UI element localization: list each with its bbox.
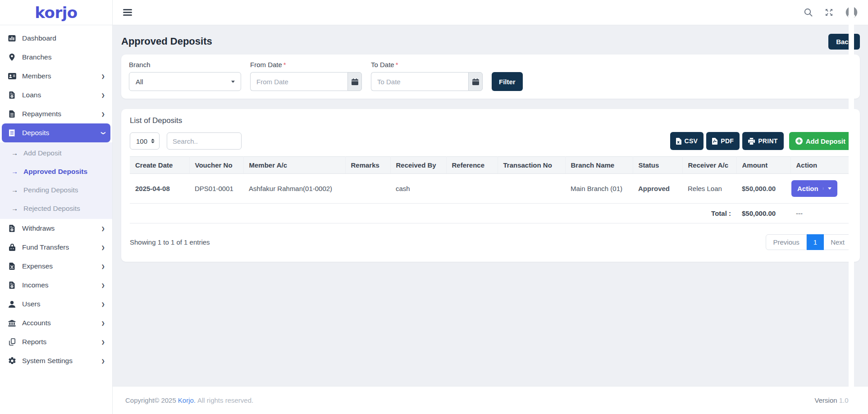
deposits-panel-title: List of Deposits bbox=[121, 109, 860, 125]
sidebar-item-loans[interactable]: Loans ❯ bbox=[0, 86, 112, 105]
brand-logo[interactable]: korjo bbox=[35, 4, 77, 22]
sidebar-item-reports[interactable]: Reports ❯ bbox=[0, 332, 112, 351]
chevron-right-icon: ❯ bbox=[101, 74, 105, 79]
sidebar-item-system-settings[interactable]: System Settings ❯ bbox=[0, 351, 112, 370]
sidebar-item-expenses[interactable]: Expenses ❯ bbox=[0, 257, 112, 276]
col-received-by: Received By bbox=[390, 157, 446, 174]
sidebar-item-label: Expenses bbox=[22, 262, 53, 270]
calendar-icon bbox=[472, 78, 479, 85]
scrollbar[interactable] bbox=[849, 0, 854, 414]
from-date-label: From Date* bbox=[250, 61, 362, 68]
add-deposit-button[interactable]: Add Deposit bbox=[789, 132, 852, 150]
file-invoice-dollar-icon bbox=[8, 91, 16, 99]
search-icon[interactable] bbox=[804, 8, 813, 17]
sidebar-item-dashboard[interactable]: Dashboard bbox=[0, 29, 112, 48]
copy-icon bbox=[8, 338, 16, 346]
col-reference: Reference bbox=[446, 157, 498, 174]
cell-member-ac: Ashfakur Rahman(01-0002) bbox=[243, 174, 345, 204]
rights-text: All rights reserved. bbox=[197, 396, 253, 404]
col-create-date: Create Date bbox=[130, 157, 189, 174]
chevron-right-icon: ❯ bbox=[101, 283, 105, 288]
footer-brand-link[interactable]: Korjo. bbox=[178, 396, 196, 404]
sort-arrows-icon bbox=[151, 139, 155, 143]
cell-branch-name: Main Branch (01) bbox=[565, 174, 633, 204]
branch-select-value: All bbox=[136, 78, 143, 86]
back-button[interactable]: Back bbox=[828, 34, 860, 50]
cell-amount: $50,000.00 bbox=[736, 174, 790, 204]
sidebar-subitem-approved-deposits[interactable]: → Approved Deposits bbox=[0, 162, 112, 181]
search-input[interactable] bbox=[167, 132, 242, 150]
cell-voucher-link[interactable]: DPS01-0001 bbox=[189, 174, 243, 204]
sidebar-item-members[interactable]: Members ❯ bbox=[0, 67, 112, 86]
sidebar-subitem-add-deposit[interactable]: → Add Deposit bbox=[0, 144, 112, 162]
menu-toggle-icon[interactable] bbox=[123, 8, 132, 17]
pagination: Previous 1 Next bbox=[766, 234, 852, 250]
export-buttons: CSV PDF PRINT bbox=[670, 132, 852, 150]
sidebar-item-label: Accounts bbox=[22, 319, 51, 327]
chevron-right-icon: ❯ bbox=[101, 359, 105, 364]
sidebar-subitem-pending-deposits[interactable]: → Pending Deposits bbox=[0, 181, 112, 199]
sidebar-item-fund-transfers[interactable]: Fund Transfers ❯ bbox=[0, 238, 112, 257]
sidebar-item-incomes[interactable]: Incomes ❯ bbox=[0, 276, 112, 295]
to-date-calendar-button[interactable] bbox=[468, 72, 483, 91]
chevron-right-icon: ❯ bbox=[101, 321, 105, 326]
table-controls: 100 CSV PDF bbox=[130, 132, 852, 150]
pagination-previous[interactable]: Previous bbox=[766, 234, 806, 250]
sidebar-item-users[interactable]: Users ❯ bbox=[0, 295, 112, 314]
table-header-row: Create Date Voucher No Member A/c Remark… bbox=[130, 157, 852, 174]
main-area: Approved Deposits Back Branch All From D… bbox=[113, 0, 868, 414]
sidebar-item-withdraws[interactable]: Withdraws ❯ bbox=[0, 219, 112, 238]
lock-icon bbox=[8, 244, 16, 251]
sidebar-item-label: Repayments bbox=[22, 110, 61, 118]
sidebar: korjo Dashboard Branches Members bbox=[0, 0, 113, 414]
cell-create-date: 2025-04-08 bbox=[130, 174, 189, 204]
sidebar-item-accounts[interactable]: Accounts ❯ bbox=[0, 314, 112, 332]
total-label: Total : bbox=[130, 204, 736, 223]
address-card-icon bbox=[8, 73, 16, 79]
sidebar-item-repayments[interactable]: Repayments ❯ bbox=[0, 105, 112, 123]
chevron-down-icon: ❯ bbox=[101, 131, 105, 135]
col-amount: Amount bbox=[736, 157, 790, 174]
sidebar-subitem-label: Pending Deposits bbox=[23, 186, 78, 194]
page-content: Approved Deposits Back Branch All From D… bbox=[113, 25, 868, 386]
file-invoice-dollar-icon bbox=[8, 225, 16, 232]
to-date-input[interactable] bbox=[371, 72, 468, 91]
branch-select[interactable]: All bbox=[129, 72, 241, 91]
page-size-select[interactable]: 100 bbox=[130, 132, 160, 150]
required-mark: * bbox=[283, 61, 286, 68]
receipt-icon bbox=[8, 129, 16, 136]
from-date-calendar-button[interactable] bbox=[347, 72, 362, 91]
from-date-group: From Date* bbox=[250, 61, 362, 91]
table-footer: Showing 1 to 1 of 1 entries Previous 1 N… bbox=[130, 234, 852, 250]
filter-panel: Branch All From Date* bbox=[121, 55, 860, 99]
sidebar-item-deposits[interactable]: Deposits ❯ bbox=[2, 123, 110, 142]
arrow-right-icon: → bbox=[11, 168, 18, 175]
filter-button[interactable]: Filter bbox=[492, 72, 523, 91]
footer: Copyright© 2025 Korjo. All rights reserv… bbox=[113, 386, 868, 414]
chart-bar-icon bbox=[8, 35, 16, 42]
table-total-row: Total : $50,000.00 --- bbox=[130, 204, 852, 223]
chevron-right-icon: ❯ bbox=[101, 302, 105, 307]
copyright-prefix: Copyright© 2025 bbox=[125, 396, 176, 404]
pdf-button[interactable]: PDF bbox=[706, 132, 740, 150]
sidebar-subitem-label: Rejected Deposits bbox=[23, 205, 80, 213]
pagination-page-1[interactable]: 1 bbox=[807, 234, 824, 250]
cell-transaction-no bbox=[498, 174, 565, 204]
sidebar-item-label: Deposits bbox=[22, 129, 49, 137]
required-mark: * bbox=[396, 61, 398, 68]
topbar bbox=[113, 0, 868, 25]
row-action-button[interactable]: Action bbox=[791, 180, 837, 197]
sidebar-item-branches[interactable]: Branches bbox=[0, 48, 112, 67]
fullscreen-icon[interactable] bbox=[825, 9, 833, 16]
brand-header: korjo bbox=[0, 0, 112, 25]
cell-receiver-ac: Reles Loan bbox=[682, 174, 736, 204]
col-transaction-no: Transaction No bbox=[498, 157, 565, 174]
sidebar-subitem-rejected-deposits[interactable]: → Rejected Deposits bbox=[0, 199, 112, 218]
print-button[interactable]: PRINT bbox=[742, 132, 784, 150]
col-remarks: Remarks bbox=[345, 157, 390, 174]
csv-button[interactable]: CSV bbox=[670, 132, 704, 150]
from-date-input[interactable] bbox=[250, 72, 347, 91]
showing-entries-text: Showing 1 to 1 of 1 entries bbox=[130, 238, 210, 246]
pagination-next[interactable]: Next bbox=[824, 234, 852, 250]
arrow-right-icon: → bbox=[11, 186, 18, 194]
